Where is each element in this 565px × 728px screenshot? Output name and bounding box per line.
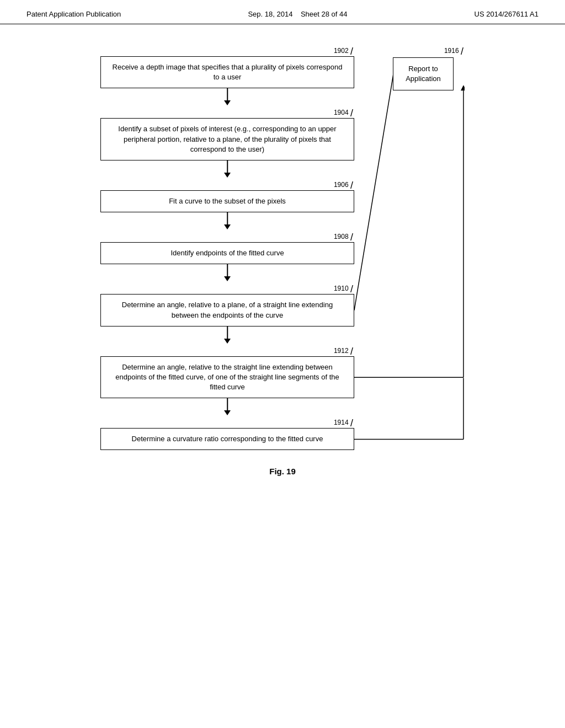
publication-date: Sep. 18, 2014	[248, 10, 292, 18]
box-1904: Identify a subset of pixels of interest …	[100, 118, 354, 160]
box-1916: Report to Application	[393, 57, 454, 90]
header-left: Patent Application Publication	[26, 10, 121, 18]
figure-label: Fig. 19	[269, 467, 296, 476]
label-1908: 1908 /	[100, 232, 354, 242]
page-header: Patent Application Publication Sep. 18, …	[0, 0, 565, 24]
sheet-number: Sheet 28 of 44	[301, 10, 348, 18]
arrow-1902-1904	[100, 88, 354, 108]
arrow-1906-1908	[100, 212, 354, 232]
arrow-1910-1912	[100, 326, 354, 346]
flowchart-wrapper: 1902 / Receive a depth image that specif…	[100, 46, 465, 450]
box-1910: Determine an angle, relative to a plane,…	[100, 294, 354, 326]
page: Patent Application Publication Sep. 18, …	[0, 0, 565, 498]
arrow-1908-1910	[100, 264, 354, 284]
side-node-container: 1916 / Report to Application	[393, 46, 465, 90]
label-1914: 1914 /	[100, 418, 354, 428]
box-1908: Identify endpoints of the fitted curve	[100, 242, 354, 264]
label-1904: 1904 /	[100, 108, 354, 118]
label-1916: 1916 /	[393, 46, 465, 56]
label-1902: 1902 /	[100, 46, 354, 56]
header-right: US 2014/267611 A1	[475, 10, 539, 18]
label-1910: 1910 /	[100, 284, 354, 294]
box-1906: Fit a curve to the subset of the pixels	[100, 190, 354, 212]
box-1912: Determine an angle, relative to the stra…	[100, 356, 354, 399]
label-1906: 1906 /	[100, 180, 354, 190]
arrow-1912-1914	[100, 398, 354, 418]
header-center: Sep. 18, 2014 Sheet 28 of 44	[248, 10, 347, 18]
flowchart-boxes: 1902 / Receive a depth image that specif…	[100, 46, 465, 450]
label-1912: 1912 /	[100, 346, 354, 356]
box-1914: Determine a curvature ratio correspondin…	[100, 428, 354, 450]
box-1902: Receive a depth image that specifies tha…	[100, 56, 354, 88]
diagram-area: 1902 / Receive a depth image that specif…	[0, 24, 565, 498]
arrow-1904-1906	[100, 160, 354, 180]
